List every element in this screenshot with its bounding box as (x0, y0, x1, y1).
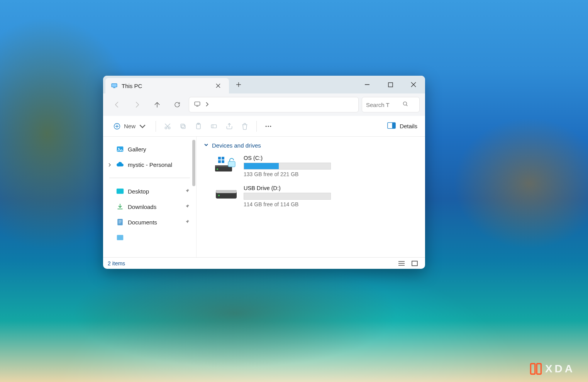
view-details-label: Details (400, 123, 417, 129)
svg-rect-27 (218, 157, 224, 163)
share-button[interactable] (222, 119, 237, 134)
paste-button[interactable] (191, 119, 206, 134)
svg-point-5 (403, 102, 407, 105)
group-header-devices[interactable]: Devices and drives (203, 141, 418, 153)
close-button[interactable] (402, 76, 425, 93)
svg-rect-12 (198, 123, 200, 124)
svg-rect-9 (182, 125, 185, 128)
maximize-button[interactable] (379, 76, 402, 93)
more-button[interactable] (261, 119, 276, 134)
chevron-down-icon (139, 122, 146, 130)
content-pane[interactable]: Devices and drives (197, 137, 425, 257)
up-button[interactable] (149, 97, 166, 112)
xda-watermark: XDA (529, 362, 575, 376)
file-explorer-window: This PC (103, 76, 425, 269)
navigation-pane[interactable]: Gallery mystic - Personal (103, 137, 197, 257)
tab-title: This PC (122, 83, 209, 89)
drive-capacity-bar (244, 193, 331, 200)
sidebar-item-downloads[interactable]: Downloads (103, 199, 196, 214)
delete-button[interactable] (237, 119, 252, 134)
onedrive-icon (116, 161, 124, 168)
sidebar-scrollbar[interactable] (192, 140, 195, 186)
sidebar-item-documents[interactable]: Documents (103, 214, 196, 230)
svg-point-20 (118, 148, 119, 149)
window-controls (356, 76, 425, 93)
search-box[interactable] (362, 97, 420, 112)
drive-capacity-bar (244, 163, 331, 170)
new-button-label: New (124, 123, 136, 129)
pin-icon[interactable] (185, 204, 190, 210)
sidebar-item-onedrive[interactable]: mystic - Personal (103, 157, 196, 172)
view-tiles-button[interactable] (409, 259, 420, 268)
drive-free-text: 133 GB free of 221 GB (244, 171, 339, 177)
documents-icon (116, 218, 124, 226)
svg-rect-35 (530, 364, 535, 374)
search-input[interactable] (366, 102, 399, 108)
chevron-right-icon[interactable] (107, 161, 112, 168)
explorer-body: Gallery mystic - Personal (103, 137, 425, 257)
svg-point-15 (268, 126, 269, 127)
pin-icon[interactable] (185, 219, 190, 226)
desktop-icon (116, 187, 124, 195)
svg-point-26 (217, 168, 218, 170)
svg-rect-31 (216, 190, 237, 199)
svg-point-7 (165, 127, 167, 129)
back-button[interactable] (108, 97, 125, 112)
titlebar: This PC (103, 76, 425, 93)
status-bar: 2 items (103, 257, 425, 269)
drive-item-d[interactable]: USB Drive (D:) 114 GB free of 114 GB (203, 183, 418, 213)
svg-rect-23 (117, 235, 124, 240)
chevron-down-icon[interactable] (203, 142, 209, 149)
svg-point-33 (218, 195, 220, 196)
new-button[interactable]: New (108, 119, 152, 134)
refresh-button[interactable] (169, 97, 186, 112)
status-text: 2 items (108, 260, 125, 267)
command-bar: New (103, 116, 425, 137)
copy-button[interactable] (175, 119, 191, 134)
drive-name: OS (C:) (244, 155, 339, 161)
svg-rect-17 (388, 122, 395, 128)
pin-icon[interactable] (185, 188, 190, 195)
sidebar-item-gallery[interactable]: Gallery (103, 141, 196, 157)
svg-rect-30 (228, 161, 235, 167)
svg-rect-24 (215, 165, 232, 171)
svg-rect-28 (221, 157, 222, 163)
sidebar-item-pictures[interactable]: Pictures (103, 230, 196, 245)
svg-rect-1 (112, 84, 117, 87)
toolbar-divider (156, 121, 156, 132)
forward-button[interactable] (129, 97, 146, 112)
drive-os-icon (214, 155, 238, 173)
view-list-button[interactable] (396, 259, 407, 268)
drive-usb-icon (214, 185, 238, 203)
minimize-button[interactable] (356, 76, 379, 93)
sidebar-item-desktop[interactable]: Desktop (103, 183, 196, 199)
sidebar-item-label: mystic - Personal (128, 161, 172, 168)
sidebar-item-label: Downloads (128, 204, 156, 210)
desktop-wallpaper: This PC (0, 0, 588, 382)
nav-row (103, 93, 425, 116)
svg-rect-21 (117, 188, 124, 194)
svg-rect-4 (195, 102, 200, 105)
svg-rect-0 (112, 83, 117, 87)
svg-rect-3 (388, 83, 393, 87)
details-pane-icon (387, 122, 396, 130)
svg-rect-18 (392, 122, 395, 128)
address-bar[interactable] (189, 97, 359, 112)
svg-rect-19 (117, 146, 124, 151)
gallery-icon (116, 145, 124, 153)
chevron-right-icon[interactable] (205, 101, 209, 108)
rename-button[interactable] (206, 119, 222, 134)
svg-rect-34 (412, 261, 417, 266)
new-tab-button[interactable] (229, 76, 248, 93)
svg-rect-13 (211, 124, 216, 127)
tab-this-pc[interactable]: This PC (105, 78, 229, 93)
drive-item-c[interactable]: OS (C:) 133 GB free of 221 GB (203, 153, 418, 183)
view-details-button[interactable]: Details (387, 122, 420, 130)
svg-rect-25 (215, 165, 232, 167)
this-pc-icon (111, 82, 118, 89)
cut-button[interactable] (160, 119, 175, 134)
svg-rect-11 (197, 124, 200, 129)
drive-name: USB Drive (D:) (244, 185, 339, 191)
watermark-text: XDA (545, 363, 575, 375)
tab-close-button[interactable] (213, 80, 224, 91)
